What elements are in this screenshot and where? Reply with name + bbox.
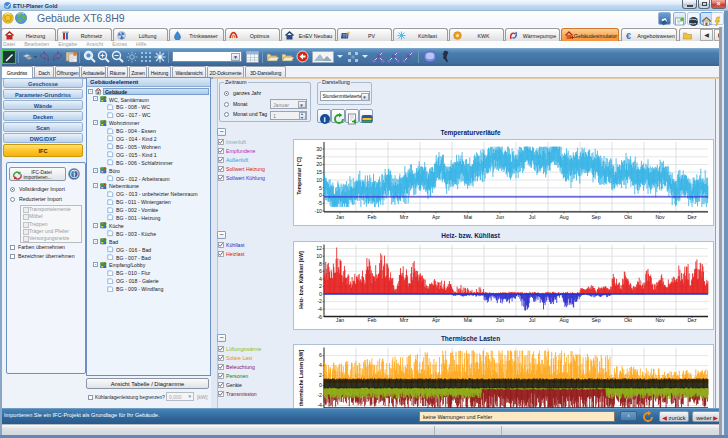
svg-text:-2: -2 (317, 392, 322, 398)
svg-text:0: 0 (319, 382, 322, 388)
svg-text:4: 4 (319, 362, 322, 368)
svg-text:6: 6 (319, 352, 322, 358)
svg-text:thermische Lasten [kW]: thermische Lasten [kW] (298, 349, 304, 406)
svg-text:2: 2 (319, 372, 322, 378)
